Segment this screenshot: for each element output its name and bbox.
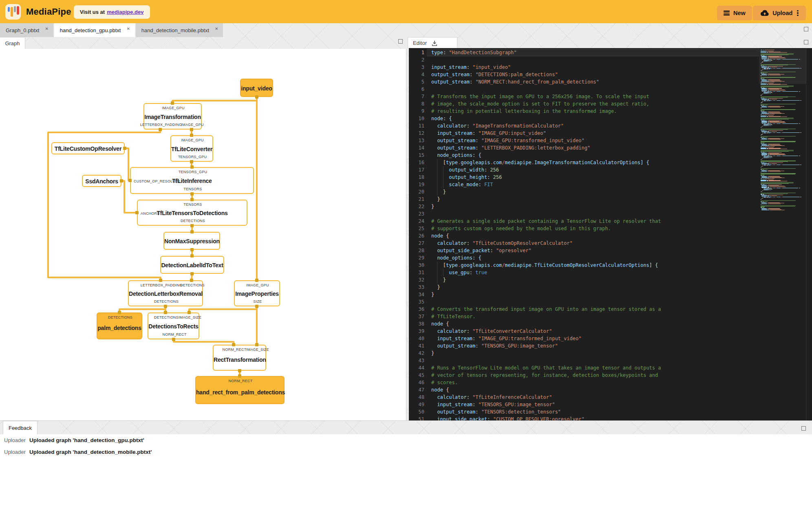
code-line-22: }	[431, 203, 434, 210]
node-title: ImageProperties	[235, 290, 279, 297]
line-number: 13	[409, 137, 424, 144]
tab-feedback[interactable]: Feedback	[3, 421, 38, 435]
graph-node-TfLiteCustomOpResolver[interactable]: TfLiteCustomOpResolver	[51, 142, 125, 154]
line-number: 15	[409, 152, 424, 159]
new-button[interactable]: New	[717, 6, 752, 20]
graph-node-ImageTransformation[interactable]: ImageTransformationIMAGE_GPULETTERBOX_PA…	[143, 103, 202, 130]
code-line-29: node_options: {	[431, 254, 481, 262]
port-connector	[164, 305, 167, 308]
line-number: 41	[409, 342, 424, 350]
port-connector	[190, 165, 194, 169]
port-connector	[190, 160, 193, 163]
download-icon[interactable]	[431, 40, 438, 47]
line-number: 30	[409, 262, 424, 269]
graph-node-DetectionsToRects[interactable]: DetectionsToRectsDETECTIONSIMAGE_SIZENOR…	[148, 312, 199, 339]
code-line-47: node {	[431, 386, 449, 394]
node-title: TfLiteCustomOpResolver	[52, 145, 124, 152]
line-number: 5	[409, 78, 424, 86]
code-line-1: type: "HandDetectionSubgraph"	[431, 49, 517, 56]
graph-node-SsdAnchors[interactable]: SsdAnchors	[82, 175, 121, 187]
port-connector	[190, 198, 194, 201]
port-label-LETTERBOX_PADDING: LETTERBOX_PADDING	[140, 123, 182, 127]
node-title: DetectionLabelIdToText	[161, 262, 223, 268]
close-icon[interactable]: ✕	[45, 26, 48, 31]
code-line-17: output_width: 256	[431, 166, 499, 174]
file-tab-hand_detection_gpu.pbtxt[interactable]: hand_detection_gpu.pbtxt✕	[54, 23, 135, 37]
node-title: NonMaxSuppression	[164, 238, 219, 244]
line-number: 8	[409, 100, 424, 108]
feedback-source: Uploader	[4, 437, 27, 443]
code-editor[interactable]: 1234567891011121314151617181920212223242…	[409, 48, 812, 420]
kebab-menu-icon[interactable]	[797, 9, 798, 17]
line-number: 28	[409, 247, 424, 254]
port-label-DETECTIONS: DETECTIONS	[180, 283, 205, 287]
graph-node-hand_rect_from_palm_detections[interactable]: hand_rect_from_palm_detectionsNORM_RECT	[195, 376, 285, 404]
port-label-IMAGE_GPU: IMAGE_GPU	[181, 123, 203, 127]
port-label-DETECTIONS: DETECTIONS	[154, 299, 179, 304]
graph-node-TfLiteTensorsToDetections[interactable]: TfLiteTensorsToDetectionsTENSORSDETECTIO…	[137, 200, 247, 226]
port-connector	[190, 128, 193, 131]
mediapipe-visualizer: { "colors": { "header_bg": "#F9BA33", "b…	[0, 0, 812, 506]
line-number: 26	[409, 232, 424, 240]
upload-button[interactable]: Upload	[753, 6, 806, 20]
code-line-31: use_gpu: true	[431, 269, 487, 276]
graph-node-RectTransformation[interactable]: RectTransformationNORM_RECTIMAGE_SIZE	[213, 345, 266, 371]
line-number: 33	[409, 284, 424, 291]
port-label-IMAGE_GPU: IMAGE_GPU	[162, 106, 184, 110]
line-number: 44	[409, 364, 424, 372]
indent-guide	[443, 181, 444, 188]
port-label-IMAGE_GPU: IMAGE_GPU	[246, 283, 269, 287]
popout-square-icon[interactable]	[398, 39, 403, 44]
port-label-ANCHORS: ANCHORS	[141, 211, 159, 216]
popout-square-icon[interactable]	[804, 27, 808, 31]
line-number: 4	[409, 71, 424, 78]
feedback-message: Uploaded graph 'hand_detection_mobile.pb…	[29, 449, 152, 455]
line-number: 32	[409, 276, 424, 284]
line-number: 35	[409, 298, 424, 306]
close-icon[interactable]: ✕	[215, 26, 218, 31]
line-number: 19	[409, 181, 424, 188]
graph-canvas[interactable]: input_videoImageTransformationIMAGE_GPUL…	[0, 49, 406, 420]
line-number: 22	[409, 203, 424, 210]
line-number: 46	[409, 379, 424, 386]
editor-minimap[interactable]	[759, 48, 806, 420]
close-icon[interactable]: ✕	[126, 26, 130, 31]
graph-node-palm_detections[interactable]: palm_detectionsDETECTIONS	[97, 312, 142, 339]
upload-button-label: Upload	[772, 10, 792, 16]
graph-node-DetectionLetterboxRemoval[interactable]: DetectionLetterboxRemovalLETTERBOX_PADDI…	[128, 280, 203, 306]
graph-node-DetectionLabelIdToText[interactable]: DetectionLabelIdToText	[160, 256, 224, 274]
code-line-13: output_stream: "IMAGE_GPU:transformed_in…	[431, 137, 585, 144]
indent-guide	[437, 159, 437, 166]
file-tab-Graph_0.pbtxt[interactable]: Graph_0.pbtxt✕	[0, 23, 53, 37]
line-number: 49	[409, 401, 424, 408]
port-connector	[232, 343, 235, 346]
graph-node-NonMaxSuppression[interactable]: NonMaxSuppression	[163, 232, 220, 250]
port-label-TENSORS_GPU: TENSORS_GPU	[179, 170, 207, 174]
line-number: 29	[409, 254, 424, 262]
mediapipe-dev-link[interactable]: mediapipe.dev	[107, 9, 143, 15]
code-line-44: # Runs a TensorFlow Lite model on GPU th…	[431, 364, 661, 372]
file-tab-hand_detection_mobile.pbtxt[interactable]: hand_detection_mobile.pbtxt✕	[136, 23, 223, 37]
node-title: palm_detections	[97, 325, 141, 331]
cloud-upload-icon	[760, 9, 769, 18]
popout-square-icon[interactable]	[804, 40, 808, 44]
port-connector	[255, 95, 258, 99]
popout-square-icon[interactable]	[801, 426, 806, 431]
graph-node-TfLiteInference[interactable]: TfLiteInferenceTENSORS_GPUTENSORSCUSTOM_…	[130, 167, 254, 194]
code-line-46: # scores.	[431, 379, 458, 386]
code-line-19: scale_mode: FIT	[431, 181, 493, 188]
graph-node-TfLiteConverter[interactable]: TfLiteConverterIMAGE_GPUTENSORS_GPU	[170, 135, 213, 162]
tab-editor[interactable]: Editor	[408, 37, 457, 48]
port-label-LETTERBOX_PADDING: LETTERBOX_PADDING	[141, 283, 182, 287]
port-connector	[159, 279, 162, 282]
code-line-10: node: {	[431, 115, 452, 122]
port-connector	[255, 305, 258, 308]
line-number: 11	[409, 122, 424, 130]
indent-guide	[437, 174, 437, 181]
port-connector	[190, 272, 194, 275]
tab-graph[interactable]: Graph	[0, 37, 25, 49]
editor-scrollbar[interactable]	[806, 48, 812, 420]
graph-node-input_video[interactable]: input_video	[240, 79, 273, 97]
editor-tab-label: Editor	[413, 40, 427, 46]
graph-node-ImageProperties[interactable]: ImagePropertiesIMAGE_GPUSIZE	[234, 280, 280, 306]
